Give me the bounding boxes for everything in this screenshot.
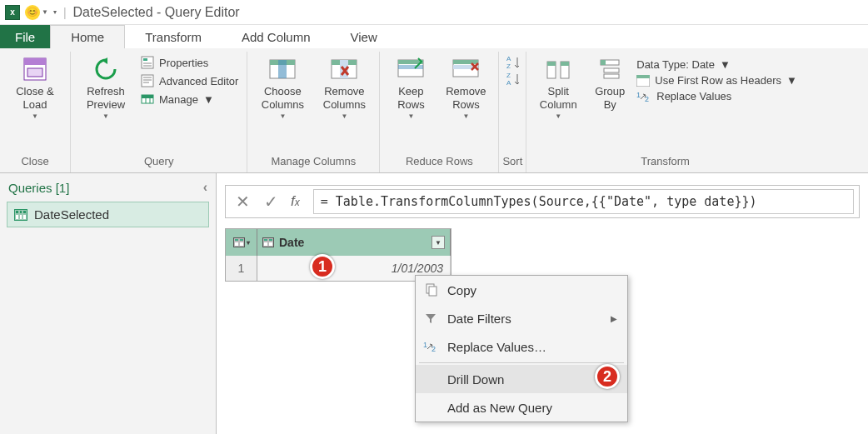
remove-rows-icon [451, 55, 480, 83]
replace-values-icon: 12 [422, 341, 439, 352]
group-label-sort: Sort [502, 152, 522, 172]
svg-rect-40 [636, 75, 650, 78]
svg-rect-2 [27, 68, 42, 77]
group-by-label: Group By [595, 85, 625, 112]
svg-rect-17 [278, 60, 287, 78]
menu-date-filters[interactable]: Date Filters ▶ [416, 304, 627, 332]
column-header-date[interactable]: Date ▼ [257, 229, 451, 256]
callout-badge-2: 2 [595, 364, 620, 389]
manage-button[interactable]: Manage ▼ [139, 92, 240, 107]
data-type-button[interactable]: Data Type: Date ▼ [636, 58, 797, 71]
svg-rect-38 [604, 74, 619, 78]
split-column-button[interactable]: Split Column ▼ [533, 55, 583, 121]
svg-text:A: A [506, 79, 511, 87]
svg-rect-7 [142, 75, 153, 87]
dropdown-arrow-icon: ▼ [102, 112, 109, 121]
properties-button[interactable]: Properties [139, 55, 240, 70]
tab-add-column[interactable]: Add Column [222, 25, 331, 48]
svg-rect-23 [398, 65, 423, 69]
menu-date-filters-label: Date Filters [447, 312, 602, 326]
excel-app-icon: x [5, 5, 20, 20]
dropdown-arrow-icon: ▼ [341, 112, 347, 121]
choose-columns-button[interactable]: Choose Columns ▼ [254, 55, 311, 121]
properties-icon [141, 56, 154, 69]
menu-copy-label: Copy [447, 283, 617, 297]
group-by-icon [596, 55, 624, 83]
qa-customize-icon[interactable]: ▾ [53, 8, 57, 16]
dropdown-arrow-icon: ▼ [407, 112, 414, 121]
formula-input[interactable]: = Table.TransformColumnTypes(Source,{{"D… [313, 189, 854, 214]
context-menu: Copy Date Filters ▶ 12 Replace Values… D… [415, 275, 628, 422]
manage-icon [141, 92, 154, 106]
choose-columns-icon [268, 55, 297, 83]
group-label-close: Close [21, 152, 48, 172]
row-index-cell: 1 [226, 256, 257, 281]
queries-pane-title: Queries [1] [8, 181, 69, 195]
collapse-pane-icon[interactable]: ‹ [203, 180, 207, 195]
column-filter-dropdown[interactable]: ▼ [432, 236, 445, 249]
close-load-label: Close & Load [16, 85, 54, 112]
advanced-editor-button[interactable]: Advanced Editor [139, 73, 240, 88]
svg-text:Z: Z [506, 72, 511, 79]
split-column-label: Split Column [540, 85, 577, 112]
keep-rows-button[interactable]: Keep Rows ▼ [387, 55, 435, 121]
advanced-editor-label: Advanced Editor [159, 75, 238, 87]
svg-rect-44 [429, 287, 436, 296]
refresh-preview-button[interactable]: Refresh Preview ▼ [77, 55, 134, 121]
remove-columns-label: Remove Columns [323, 85, 366, 112]
data-type-label: Data Type: Date [636, 58, 715, 71]
column-type-icon [262, 237, 274, 247]
svg-text:Z: Z [506, 62, 511, 70]
tab-transform[interactable]: Transform [125, 25, 222, 48]
svg-text:1: 1 [423, 341, 427, 349]
group-by-button[interactable]: Group By [588, 55, 631, 112]
first-row-headers-button[interactable]: Use First Row as Headers ▼ [636, 74, 797, 87]
menu-replace-values-label: Replace Values… [447, 340, 617, 354]
properties-label: Properties [159, 57, 208, 69]
group-label-query: Query [144, 152, 173, 172]
svg-rect-37 [604, 68, 619, 72]
callout-badge-1: 1 [310, 254, 335, 279]
table-icon [14, 209, 27, 221]
svg-rect-34 [561, 62, 569, 66]
group-label-reduce-rows: Reduce Rows [406, 152, 473, 172]
fx-icon[interactable]: fx [291, 193, 300, 210]
replace-values-label: Replace Values [656, 90, 731, 102]
qa-dropdown-icon[interactable]: ▼ [42, 8, 48, 16]
submenu-arrow-icon: ▶ [611, 314, 617, 323]
menu-copy[interactable]: Copy [416, 276, 627, 304]
keep-rows-label: Keep Rows [397, 85, 425, 112]
tab-file[interactable]: File [0, 25, 50, 48]
query-item-dateselected[interactable]: DateSelected [7, 202, 209, 227]
svg-rect-1 [24, 58, 46, 65]
smiley-icon[interactable]: 😊 [25, 5, 40, 20]
menu-replace-values[interactable]: 12 Replace Values… [416, 332, 627, 361]
svg-text:A: A [506, 55, 511, 62]
remove-columns-icon [330, 55, 358, 83]
svg-rect-4 [143, 58, 147, 61]
table-corner-button[interactable]: ▾ [226, 229, 257, 256]
replace-values-button[interactable]: 12 Replace Values [636, 90, 797, 102]
formula-accept-button[interactable]: ✓ [259, 190, 282, 213]
svg-rect-25 [453, 60, 478, 64]
refresh-icon [92, 55, 120, 83]
menu-add-new-query[interactable]: Add as New Query [416, 393, 627, 422]
funnel-icon [422, 312, 439, 325]
dropdown-arrow-icon: ▼ [279, 112, 286, 121]
manage-label: Manage [159, 93, 198, 106]
keep-rows-icon [397, 55, 425, 83]
tab-view[interactable]: View [331, 25, 397, 48]
save-load-icon [21, 55, 49, 83]
remove-rows-button[interactable]: Remove Rows ▼ [440, 55, 491, 121]
formula-cancel-button[interactable]: ✕ [231, 190, 254, 213]
dropdown-arrow-icon: ▼ [786, 74, 797, 87]
tab-home[interactable]: Home [50, 25, 125, 48]
close-and-load-button[interactable]: Close & Load ▼ [7, 55, 63, 121]
first-row-label: Use First Row as Headers [655, 74, 781, 87]
svg-text:1: 1 [636, 91, 641, 99]
svg-rect-12 [142, 95, 153, 98]
sort-asc-button[interactable]: AZ [504, 55, 521, 70]
sort-desc-button[interactable]: ZA [504, 72, 521, 87]
remove-columns-button[interactable]: Remove Columns ▼ [316, 55, 372, 121]
choose-columns-label: Choose Columns [262, 85, 304, 112]
